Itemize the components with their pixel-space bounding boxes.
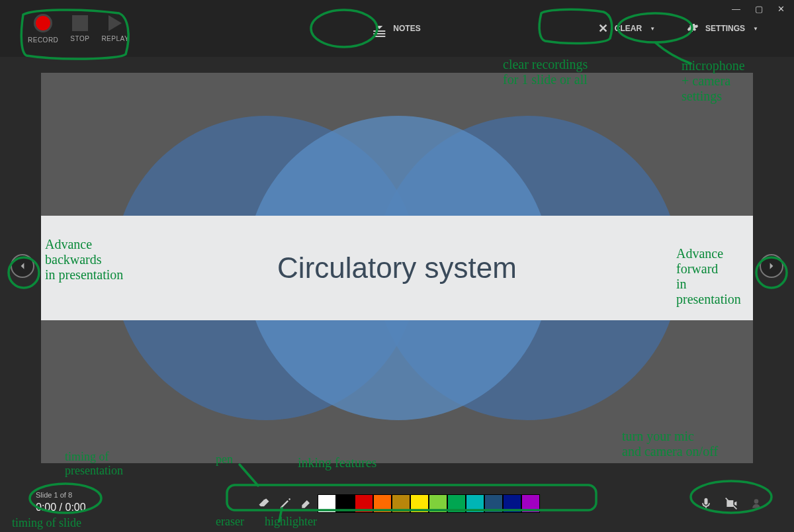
chevron-down-icon: ▼ xyxy=(753,26,758,32)
window-maximize[interactable]: ▢ xyxy=(755,4,763,14)
replay-icon xyxy=(109,15,122,31)
clear-button[interactable]: ✕ CLEAR ▼ xyxy=(589,15,664,42)
slide-preview: Circulatory system xyxy=(41,73,753,463)
replay-button[interactable]: REPLAY xyxy=(101,14,129,42)
color-swatch[interactable] xyxy=(336,494,355,513)
window-minimize[interactable]: — xyxy=(732,4,740,14)
color-swatch[interactable] xyxy=(484,494,503,513)
cameo-toggle[interactable] xyxy=(745,492,768,515)
record-button[interactable]: RECORD xyxy=(28,14,58,44)
stop-label: STOP xyxy=(70,35,89,42)
media-controls xyxy=(695,492,768,515)
chevron-down-icon: ▼ xyxy=(650,26,655,32)
record-label: RECORD xyxy=(28,36,58,44)
settings-label: SETTINGS xyxy=(705,24,745,33)
replay-label: REPLAY xyxy=(101,35,129,42)
slide-timing: Slide 1 of 8 0:00 / 0:00 xyxy=(36,491,86,513)
color-swatch[interactable] xyxy=(447,494,466,513)
color-swatch[interactable] xyxy=(355,494,373,513)
notes-label: NOTES xyxy=(393,24,420,33)
recording-controls: RECORD STOP REPLAY xyxy=(28,14,129,44)
color-swatch[interactable] xyxy=(410,494,429,513)
pen-tool[interactable] xyxy=(275,494,295,513)
eraser-tool[interactable] xyxy=(254,494,274,513)
slide-title-band: Circulatory system xyxy=(41,216,753,320)
color-swatch[interactable] xyxy=(503,494,521,513)
ink-toolbar xyxy=(253,492,541,515)
gear-icon xyxy=(687,22,699,36)
stop-button[interactable]: STOP xyxy=(70,14,89,42)
settings-button[interactable]: SETTINGS ▼ xyxy=(678,15,768,42)
color-swatch[interactable] xyxy=(466,494,484,513)
color-swatch[interactable] xyxy=(429,494,447,513)
clear-label: CLEAR xyxy=(615,24,642,33)
clear-icon: ✕ xyxy=(598,21,608,36)
previous-slide-button[interactable] xyxy=(11,254,34,278)
slide-counter: Slide 1 of 8 xyxy=(36,491,86,499)
slide-time: 0:00 / 0:00 xyxy=(36,502,86,513)
microphone-toggle[interactable] xyxy=(695,492,717,515)
notes-button[interactable]: NOTES xyxy=(359,17,435,40)
color-swatch[interactable] xyxy=(318,494,336,513)
record-icon xyxy=(34,14,52,32)
camera-toggle[interactable] xyxy=(720,492,742,515)
color-swatch[interactable] xyxy=(373,494,392,513)
color-swatch[interactable] xyxy=(392,494,410,513)
window-close[interactable]: ✕ xyxy=(777,4,785,14)
slide-title: Circulatory system xyxy=(277,251,517,285)
stop-icon xyxy=(72,15,88,31)
highlighter-tool[interactable] xyxy=(296,494,316,513)
color-swatch[interactable] xyxy=(521,494,540,513)
next-slide-button[interactable] xyxy=(760,254,783,278)
notes-icon xyxy=(373,26,385,32)
